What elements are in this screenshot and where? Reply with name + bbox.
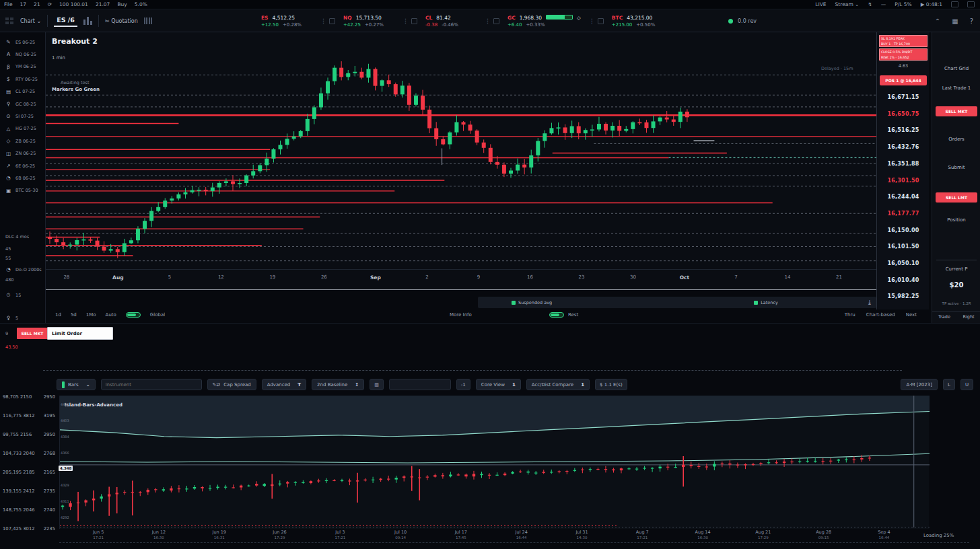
sidebar-extra-1[interactable]: 45 (5, 246, 11, 252)
date-range-pill[interactable]: A·M [2023] (901, 379, 938, 390)
chart-interval[interactable]: 1 min (52, 55, 65, 61)
menu-item-5[interactable]: 21.07 (96, 1, 110, 7)
order-panel-label-8[interactable]: Current P (932, 266, 980, 272)
quotation-button[interactable]: ✂ Quotation (105, 18, 138, 24)
order-panel-tab-trade[interactable]: Trade (932, 312, 956, 323)
toolbar-pill-cap-spread[interactable]: ✎⇄Cap Spread (207, 379, 256, 390)
toolbar-pill-advanced[interactable]: AdvancedT (262, 379, 306, 390)
order-panel-label-1[interactable]: Last Trade 1 (932, 85, 980, 91)
bars-icon[interactable] (144, 17, 153, 24)
watchlist-item-8[interactable]: ◇ZB 06-25 (5, 138, 36, 144)
grid-icon[interactable]: ▦ (952, 17, 958, 25)
order-panel-label-0[interactable]: Chart Grid (932, 66, 980, 71)
watchlist-item-4[interactable]: ▤CL 07-25 (5, 89, 35, 95)
menu-right-item-1[interactable]: Stream ⌄ (835, 1, 860, 7)
sidebar-extra-7[interactable]: 9 (5, 331, 8, 336)
menu-right-item-3[interactable]: — (881, 1, 886, 7)
menu-right-item-2[interactable]: ↯ (868, 1, 872, 7)
grid-icon[interactable] (598, 18, 604, 24)
order-panel-sell-button-2[interactable]: SELL MKT (936, 106, 977, 116)
sidebar-extra-4[interactable]: 480 (5, 277, 13, 283)
sidebar-extra-0[interactable]: DLC 4 mos (5, 234, 29, 240)
toolbar-right-btn-U[interactable]: U (960, 379, 973, 390)
timeframe-1Mo[interactable]: 1Mo (86, 312, 96, 318)
toolbar-pill-2nd-baseline[interactable]: 2nd Baseline↥ (312, 379, 364, 390)
bottom-right-0[interactable]: Thru (845, 312, 855, 318)
menu-item-4[interactable]: 100 100.01 (59, 1, 88, 7)
toolbar-mini-10[interactable]: $ 1.1 E(s) (595, 379, 627, 390)
timeframe-Auto[interactable]: Auto (106, 312, 116, 318)
rest-toggle[interactable] (549, 312, 564, 318)
order-panel-label-3[interactable]: Orders (932, 137, 980, 142)
watchlist-item-6[interactable]: ⊙SI 07-25 (5, 113, 34, 119)
menu-item-1[interactable]: 17 (20, 1, 27, 7)
kebab-menu-icon[interactable]: ⋮ (485, 17, 491, 24)
help-icon[interactable]: ? (970, 17, 973, 25)
menu-item-0[interactable]: File (4, 1, 13, 7)
ticker-cell-CL[interactable]: CL81.42-0.38-0.46% (419, 15, 483, 28)
bottom-chart[interactable]: Island-Bars-Advanced (59, 396, 929, 529)
more-info-button[interactable]: More Info (450, 312, 472, 318)
watchlist-item-1[interactable]: ANQ 06-25 (5, 51, 36, 57)
price-alert-box-0[interactable]: SL 8,191 PEAKBUY 1 · TP 16,700 (879, 35, 928, 47)
watchlist-item-9[interactable]: ◫ZN 06-25 (5, 151, 36, 157)
kebab-menu-icon[interactable]: ⋮ (403, 17, 409, 24)
download-icon[interactable]: ⤓ (868, 299, 871, 306)
watchlist-item-5[interactable]: ⚲GC 08-25 (5, 101, 36, 107)
watchlist-item-3[interactable]: $RTY 06-25 (5, 76, 38, 82)
toolbar-blank-input[interactable] (389, 379, 451, 390)
toolbar-pill-core-view[interactable]: Core View1 (476, 379, 521, 390)
profile-icon[interactable] (951, 1, 958, 7)
order-type-input[interactable] (47, 327, 113, 340)
toolbar-mini-7[interactable]: -1 (456, 379, 470, 390)
toolbar-pill-bars[interactable]: Bars⌄ (57, 379, 96, 390)
ticker-cell-BTC[interactable]: BTC43,215.00+215.00+0.50% (605, 15, 670, 28)
global-button[interactable]: Global (150, 312, 165, 318)
menu-item-2[interactable]: 21 (34, 1, 40, 7)
timeframe-1d[interactable]: 1d (55, 312, 61, 318)
watchlist-item-12[interactable]: ▣BTC 05-30 (5, 188, 38, 194)
main-chart[interactable]: Breakout 2 1 min Awaiting test Markers G… (46, 32, 876, 291)
menu-right-item-0[interactable]: LIVE (815, 1, 826, 7)
sidebar-extra-6[interactable]: ♀5 (5, 315, 18, 321)
sell-button[interactable]: SELL MKT (17, 328, 48, 339)
ticker-cell-GC[interactable]: GC1,968.30◇+6.40+0.33% (501, 15, 588, 28)
bottom-right-1[interactable]: Chart-based (866, 312, 895, 318)
ticker-cell-ES[interactable]: ES4,512.25+12.50+0.28% (254, 15, 319, 28)
kebab-menu-icon[interactable]: ⋮ (320, 17, 326, 24)
auto-toggle[interactable] (126, 312, 141, 318)
watchlist-item-7[interactable]: △HG 07-25 (5, 126, 36, 132)
menu-right-item-5[interactable]: ▶ 0:48:1 (921, 1, 942, 7)
order-panel-sell-button-5[interactable]: SELL LMT (936, 192, 977, 203)
menu-item-7[interactable]: 5.0% (135, 1, 147, 7)
grid-icon[interactable] (493, 18, 499, 24)
sidebar-extra-3[interactable]: ◔Do-O 2000s (5, 266, 42, 272)
timeframe-5d[interactable]: 5d (71, 312, 77, 318)
menu-item-6[interactable]: Buy (117, 1, 127, 7)
order-panel-label-4[interactable]: Submit (932, 165, 980, 170)
ticker-cell-NQ[interactable]: NQ15,713.50+42.25+0.27% (337, 15, 401, 28)
sidebar-extra-2[interactable]: 55 (5, 256, 11, 261)
grid-icon[interactable] (329, 18, 335, 24)
chart-menu-button[interactable]: Chart ⌄ (20, 18, 41, 24)
watchlist-item-2[interactable]: βYM 06-25 (5, 64, 36, 70)
main-chart-canvas[interactable] (46, 32, 876, 269)
kebab-menu-icon[interactable]: ⋮ (589, 17, 595, 24)
bottom-right-2[interactable]: Next (906, 312, 917, 318)
menu-item-3[interactable]: ⟳ (48, 1, 52, 7)
price-alert-box-1[interactable]: CLOSE 0.5% DN/DTRISK 1% · 16,652 (879, 48, 928, 61)
order-panel-tab-right[interactable]: Right (956, 312, 980, 323)
layout-grid-icon[interactable] (5, 17, 14, 25)
sidebar-extra-5[interactable]: ⏱15 (5, 292, 21, 299)
position-pill[interactable]: POS 1 @ 16,644 (880, 75, 927, 85)
menu-right-item-4[interactable]: P/L 5% (895, 1, 912, 7)
toolbar-mini-5[interactable]: ▥ (370, 379, 384, 390)
bottom-chart-canvas[interactable] (60, 396, 930, 527)
alert-diamond-icon[interactable]: ◇ (577, 15, 581, 21)
instrument-search-input[interactable] (101, 379, 202, 390)
chevron-up-icon[interactable]: ⌃ (935, 17, 940, 25)
grid-icon[interactable] (411, 18, 417, 24)
candle-style-icon[interactable] (83, 17, 92, 25)
watchlist-item-10[interactable]: ↗6E 06-25 (5, 163, 35, 169)
watchlist-item-11[interactable]: ◔6B 06-25 (5, 175, 36, 181)
